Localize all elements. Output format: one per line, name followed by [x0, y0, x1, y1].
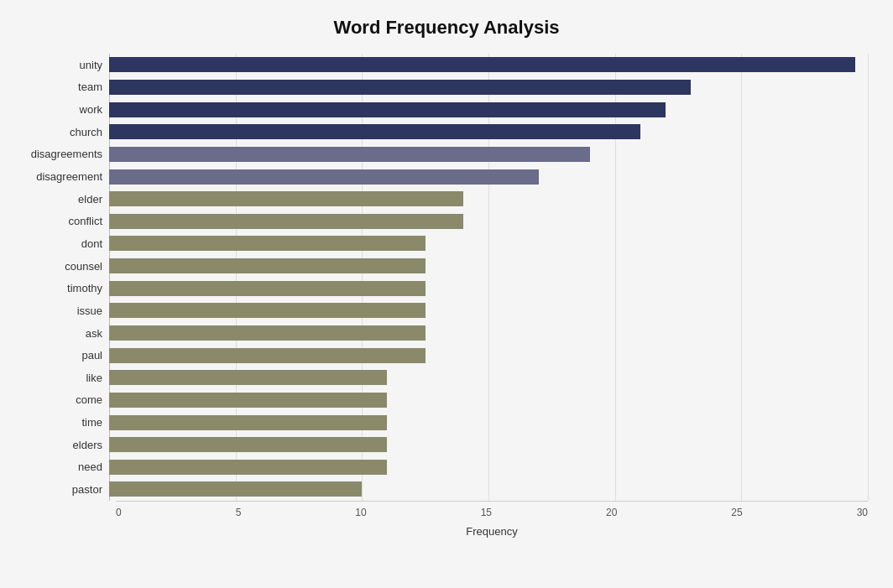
- grid-line: [868, 54, 869, 501]
- x-axis-label: Frequency: [116, 525, 868, 538]
- bar: [109, 460, 387, 475]
- bar: [109, 236, 426, 251]
- bar: [109, 147, 590, 162]
- x-tick: 10: [355, 507, 366, 518]
- y-label: timothy: [67, 283, 102, 294]
- x-tick: 20: [606, 507, 617, 518]
- bars-area: [109, 54, 868, 501]
- y-label: pastor: [72, 484, 102, 495]
- y-label: unity: [80, 60, 102, 70]
- x-tick: 30: [857, 507, 868, 518]
- bar-row: [109, 101, 868, 119]
- bar: [109, 370, 387, 385]
- bar-row: [109, 122, 868, 141]
- bar-row: [109, 190, 868, 208]
- y-label: disagreements: [31, 148, 102, 159]
- y-label: conflict: [69, 216, 102, 226]
- bar-row: [109, 168, 868, 186]
- bar: [109, 481, 362, 497]
- y-label: time: [81, 417, 102, 428]
- y-label: issue: [77, 305, 102, 316]
- y-label: church: [70, 127, 102, 138]
- bar: [109, 303, 426, 318]
- bar-row: [109, 368, 868, 387]
- bar-row: [109, 257, 868, 275]
- y-label: need: [78, 461, 102, 472]
- bar: [109, 80, 691, 95]
- bar: [109, 348, 426, 363]
- y-axis-labels: unityteamworkchurchdisagreementsdisagree…: [25, 54, 109, 501]
- bar: [109, 57, 855, 72]
- bar-row: [109, 435, 868, 454]
- y-label: disagreement: [36, 171, 102, 182]
- bar-row: [109, 55, 868, 74]
- bar: [109, 124, 640, 139]
- y-label: counsel: [65, 261, 102, 272]
- y-label: dont: [81, 238, 102, 249]
- chart-title: Word Frequency Analysis: [25, 17, 868, 39]
- bar: [109, 325, 426, 341]
- bar-row: [109, 324, 868, 342]
- y-label: elder: [78, 194, 102, 205]
- x-axis: 051015202530 Frequency: [109, 501, 868, 538]
- bar-row: [109, 346, 868, 365]
- bar: [109, 415, 387, 430]
- bar: [109, 102, 666, 117]
- bar: [109, 214, 463, 229]
- bar: [109, 258, 426, 273]
- bar: [109, 169, 539, 185]
- bar: [109, 437, 387, 452]
- chart-container: Word Frequency Analysis unityteamworkchu…: [0, 0, 893, 588]
- bar-row: [109, 414, 868, 432]
- bar-row: [109, 279, 868, 298]
- chart-area: unityteamworkchurchdisagreementsdisagree…: [25, 54, 868, 538]
- y-label: paul: [81, 350, 102, 361]
- bar-row: [109, 480, 868, 498]
- bar-row: [109, 212, 868, 231]
- bar: [109, 191, 463, 206]
- x-tick: 0: [116, 507, 122, 518]
- x-tick: 15: [481, 507, 492, 518]
- bar-row: [109, 78, 868, 96]
- x-tick: 25: [731, 507, 742, 518]
- bar: [109, 281, 426, 296]
- bar-row: [109, 301, 868, 320]
- bar-row: [109, 391, 868, 409]
- x-tick: 5: [236, 507, 242, 518]
- bar: [109, 393, 387, 408]
- y-label: elders: [73, 440, 102, 450]
- y-label: come: [76, 394, 102, 405]
- y-label: work: [80, 104, 102, 115]
- bar-row: [109, 145, 868, 164]
- y-label: ask: [86, 328, 102, 339]
- y-label: team: [78, 81, 102, 92]
- bar-row: [109, 458, 868, 476]
- bar-row: [109, 234, 868, 252]
- y-label: like: [86, 372, 102, 383]
